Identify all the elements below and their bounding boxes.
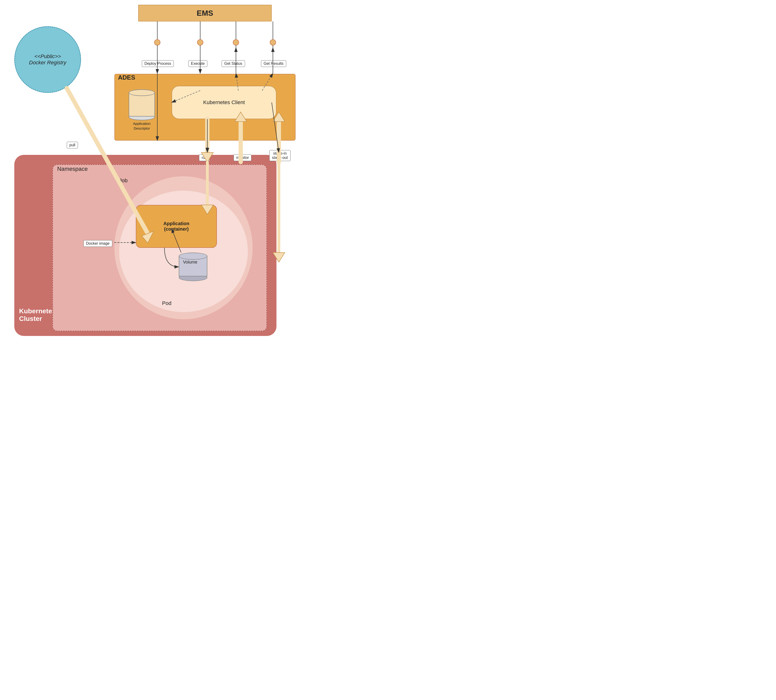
diagram-container: EMS ADES ApplicationDescriptor Kubernete… xyxy=(0,0,388,350)
monitor-label: monitor xyxy=(234,154,252,161)
app-descriptor-cylinder xyxy=(129,89,155,120)
k8s-client-label: Kubernetes Client xyxy=(203,99,245,105)
ems-label: EMS xyxy=(197,9,213,18)
svg-point-6 xyxy=(154,40,160,45)
app-descriptor-container: ApplicationDescriptor xyxy=(129,89,155,130)
k8s-cluster-label: KubernetesCluster xyxy=(19,307,56,323)
stage-in-out-label: stage-instage-out xyxy=(269,150,290,161)
job-label: Job xyxy=(119,178,127,184)
get-status-label: Get Status xyxy=(222,60,245,67)
deploy-process-label: Deploy Process xyxy=(142,60,174,67)
docker-registry-label: <<Public>>Docker Registry xyxy=(29,53,66,66)
app-container-label: Application(container) xyxy=(164,221,189,232)
pod-label: Pod xyxy=(162,300,171,307)
pull-label: pull xyxy=(67,142,78,148)
volume-cylinder xyxy=(179,253,207,281)
app-container-box: Application(container) xyxy=(136,205,217,248)
ades-label: ADES xyxy=(118,74,135,81)
svg-point-9 xyxy=(197,40,203,45)
vol-top xyxy=(179,253,207,260)
app-descriptor-label: ApplicationDescriptor xyxy=(133,121,150,130)
cylinder-top xyxy=(129,89,155,96)
get-results-label: Get Results xyxy=(261,60,286,67)
svg-point-12 xyxy=(233,40,239,45)
k8s-client-box: Kubernetes Client xyxy=(172,86,277,119)
volume-label: Volume xyxy=(183,260,197,265)
execute-label: Execute xyxy=(188,60,207,67)
docker-registry-circle: <<Public>>Docker Registry xyxy=(14,26,81,93)
ems-box: EMS xyxy=(138,5,272,22)
svg-point-15 xyxy=(270,40,276,45)
run-label: run xyxy=(199,154,210,161)
docker-image-label: Docker image xyxy=(83,240,112,247)
cylinder-body xyxy=(129,93,155,117)
namespace-label: Namespace xyxy=(57,166,88,172)
